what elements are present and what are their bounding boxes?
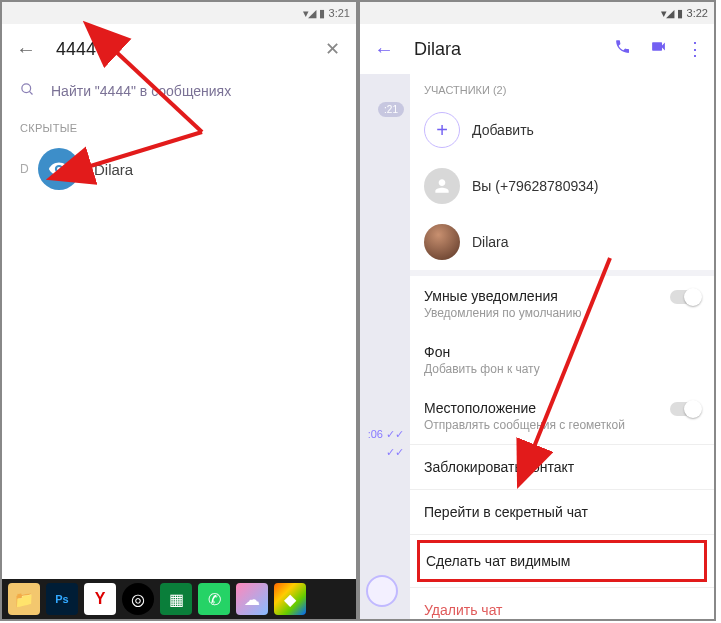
desktop-taskbar: 📁 Ps Y ◎ ▦ ✆ ☁ ◆ [2, 579, 356, 619]
svg-line-1 [29, 91, 32, 94]
hidden-contact-name: Dilara [94, 161, 133, 178]
search-in-messages-row[interactable]: Найти "4444" в сообщениях [2, 74, 356, 112]
read-ticks-icon: :06 ✓✓ [368, 428, 404, 441]
left-screenshot: ▾◢ ▮ 3:21 ← 4444 ✕ Найти "4444" в сообще… [0, 0, 358, 621]
status-time: 3:22 [687, 7, 708, 19]
hidden-contact-row[interactable]: D Dilara [2, 138, 356, 200]
battery-icon: ▮ [677, 7, 683, 20]
index-letter: D [20, 162, 30, 176]
taskbar-folder-icon[interactable]: 📁 [8, 583, 40, 615]
hidden-section-header: СКРЫТЫЕ [2, 112, 356, 138]
delete-chat-option[interactable]: Удалить чат [410, 588, 714, 619]
more-icon[interactable]: ⋮ [686, 38, 704, 60]
add-participant-row[interactable]: + Добавить [410, 102, 714, 158]
search-bar: ← 4444 ✕ [2, 24, 356, 74]
back-arrow-icon[interactable]: ← [374, 38, 394, 61]
call-icon[interactable] [614, 38, 631, 60]
svg-point-2 [57, 167, 61, 171]
plus-icon: + [424, 112, 460, 148]
location-option[interactable]: Местоположение Отправлять сообщения с ге… [410, 388, 714, 444]
battery-icon: ▮ [319, 7, 325, 20]
status-time: 3:21 [329, 7, 350, 19]
status-bar: ▾◢ ▮ 3:22 [360, 2, 714, 24]
search-icon [20, 82, 35, 100]
search-input[interactable]: 4444 [56, 39, 299, 60]
taskbar-cloud-icon[interactable]: ☁ [236, 583, 268, 615]
smart-notifications-option[interactable]: Умные уведомления Уведомления по умолчан… [410, 276, 714, 332]
taskbar-opera-icon[interactable]: ◎ [122, 583, 154, 615]
svg-point-0 [22, 84, 31, 93]
self-avatar [366, 575, 398, 607]
participant-you-row[interactable]: Вы (+79628780934) [410, 158, 714, 214]
chat-info-panel: УЧАСТНИКИ (2) + Добавить Вы (+7962878093… [410, 74, 714, 619]
background-option[interactable]: Фон Добавить фон к чату [410, 332, 714, 388]
taskbar-prism-icon[interactable]: ◆ [274, 583, 306, 615]
wifi-icon: ▾◢ [661, 7, 673, 20]
block-contact-option[interactable]: Заблокировать контакт [410, 445, 714, 489]
chat-title: Dilara [414, 39, 594, 60]
participant-row[interactable]: Dilara [410, 214, 714, 270]
clear-icon[interactable]: ✕ [319, 38, 346, 60]
chat-background-strip: :21 :06 ✓✓ ✓✓ [360, 74, 410, 619]
participants-header: УЧАСТНИКИ (2) [410, 74, 714, 102]
hidden-avatar-eye-icon [38, 148, 80, 190]
chat-info-header: ← Dilara ⋮ [360, 24, 714, 74]
avatar-placeholder-icon [424, 168, 460, 204]
add-label: Добавить [472, 122, 534, 138]
search-in-label: Найти "4444" в сообщениях [51, 83, 231, 99]
read-ticks-icon: ✓✓ [386, 446, 404, 459]
toggle-switch[interactable] [670, 290, 700, 304]
wifi-icon: ▾◢ [303, 7, 315, 20]
you-label: Вы (+79628780934) [472, 178, 598, 194]
participant-name: Dilara [472, 234, 509, 250]
msg-time-badge: :21 [378, 102, 404, 117]
video-icon[interactable] [649, 38, 668, 60]
secret-chat-option[interactable]: Перейти в секретный чат [410, 490, 714, 534]
make-chat-visible-option[interactable]: Сделать чат видимым [418, 541, 706, 581]
avatar [424, 224, 460, 260]
taskbar-yandex-icon[interactable]: Y [84, 583, 116, 615]
taskbar-whatsapp-icon[interactable]: ✆ [198, 583, 230, 615]
right-screenshot: ▾◢ ▮ 3:22 ← Dilara ⋮ :21 :06 ✓✓ ✓✓ [358, 0, 716, 621]
taskbar-photoshop-icon[interactable]: Ps [46, 583, 78, 615]
taskbar-sheets-icon[interactable]: ▦ [160, 583, 192, 615]
toggle-switch[interactable] [670, 402, 700, 416]
status-bar: ▾◢ ▮ 3:21 [2, 2, 356, 24]
back-arrow-icon[interactable]: ← [16, 38, 36, 61]
